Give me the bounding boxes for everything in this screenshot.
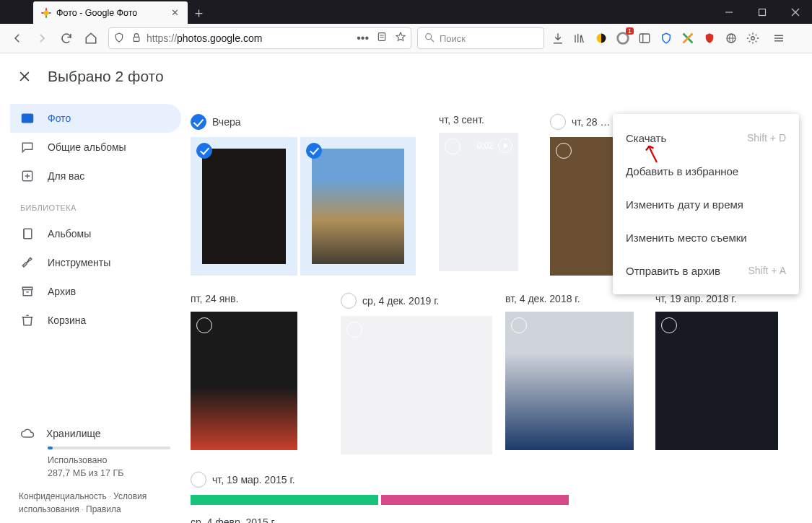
nav-reload-button[interactable]: [55, 27, 78, 49]
storage-title[interactable]: Хранилище: [46, 428, 101, 439]
date-check[interactable]: [191, 114, 206, 130]
ext-globe-icon[interactable]: [723, 30, 739, 46]
reader-icon[interactable]: [376, 31, 388, 45]
select-circle-icon[interactable]: [196, 143, 212, 159]
tab-title: Фото - Google Фото: [56, 8, 169, 18]
nav-home-button[interactable]: [79, 27, 102, 49]
ext-grey-circle-icon[interactable]: 1: [615, 30, 631, 46]
date-label[interactable]: пт, 24 янв.: [191, 293, 238, 304]
date-label[interactable]: чт, 3 сент.: [439, 114, 484, 126]
photo-thumb[interactable]: [655, 312, 778, 450]
storage-block: Хранилище Использовано 287,7 МБ из 17 ГБ: [20, 426, 174, 480]
downloads-icon[interactable]: [550, 30, 566, 46]
library-header: БИБЛИОТЕКА: [10, 190, 181, 219]
sidebar-icon[interactable]: [637, 30, 652, 46]
search-placeholder: Поиск: [440, 33, 466, 44]
sidebar-item-trash[interactable]: Корзина: [10, 306, 181, 335]
date-label[interactable]: ср, 4 дек. 2019 г.: [362, 295, 439, 307]
tab-favicon-icon: [40, 7, 52, 19]
ctx-item-label: Добавить в избранное: [626, 165, 738, 177]
nav-back-button[interactable]: [6, 27, 29, 49]
sidebar-item-label: Архив: [48, 286, 76, 297]
sidebar-item-foryou[interactable]: Для вас: [10, 162, 181, 190]
window-minimize-button[interactable]: [712, 0, 746, 24]
footer-policy[interactable]: Правила: [86, 504, 121, 514]
ext-red-shield-icon[interactable]: [702, 30, 717, 46]
browser-search-box[interactable]: Поиск: [417, 27, 544, 49]
photos-icon: [20, 111, 35, 126]
selection-close-button[interactable]: [16, 68, 33, 85]
extensions-bar: 1: [550, 30, 761, 46]
window-close-button[interactable]: [779, 0, 812, 24]
date-label[interactable]: чт, 28 …: [572, 116, 610, 128]
ctx-item-label: Изменить место съемки: [626, 232, 747, 244]
wrench-icon: [20, 255, 35, 270]
photo-thumb[interactable]: [505, 312, 634, 450]
ctx-edit-datetime[interactable]: Изменить дату и время: [613, 188, 799, 221]
browser-hamburger-menu[interactable]: [767, 27, 791, 49]
svg-point-20: [751, 37, 755, 40]
sidebar-item-archive[interactable]: Архив: [10, 277, 181, 306]
ext-shield-blue-icon[interactable]: [658, 30, 674, 46]
date-label[interactable]: чт, 19 мар. 2015 г.: [212, 474, 295, 485]
photo-thumb[interactable]: [191, 495, 378, 505]
url-more-icon[interactable]: •••: [357, 32, 369, 45]
photo-thumb[interactable]: [300, 137, 416, 276]
ctx-download[interactable]: Скачать Shift + D: [613, 121, 799, 154]
ctx-archive[interactable]: Отправить в архив Shift + A: [613, 254, 799, 287]
svg-rect-6: [378, 33, 385, 41]
ctx-shortcut: Shift + D: [747, 132, 786, 144]
svg-rect-31: [24, 229, 32, 238]
ext-crossbones-icon[interactable]: [680, 30, 696, 46]
select-circle-icon[interactable]: [511, 317, 527, 333]
footer-privacy[interactable]: Конфиденциальность: [19, 491, 107, 501]
storage-used-value: 287,7 МБ из 17 ГБ: [48, 467, 174, 480]
library-icon[interactable]: [572, 30, 588, 46]
lock-icon: [131, 32, 142, 45]
url-bar[interactable]: https://photos.google.com •••: [108, 27, 411, 49]
date-check[interactable]: [341, 293, 357, 309]
select-circle-icon[interactable]: [196, 317, 212, 333]
sidebar-item-utilities[interactable]: Инструменты: [10, 248, 181, 277]
select-circle-icon[interactable]: [346, 322, 362, 338]
sidebar-item-photos[interactable]: Фото: [10, 104, 181, 133]
svg-point-0: [44, 10, 49, 15]
svg-rect-5: [134, 37, 139, 41]
nav-forward-button[interactable]: [30, 27, 53, 49]
photo-thumb[interactable]: [191, 137, 297, 276]
sidebar-item-label: Фото: [48, 113, 71, 124]
photo-thumb[interactable]: [191, 312, 297, 450]
date-check[interactable]: [191, 472, 206, 488]
date-label[interactable]: Вчера: [212, 116, 241, 128]
tab-close-button[interactable]: ✕: [169, 7, 180, 19]
search-icon: [424, 32, 435, 45]
sidebar-item-albums[interactable]: Альбомы: [10, 219, 181, 248]
select-circle-icon[interactable]: [556, 143, 572, 159]
date-check[interactable]: [550, 114, 566, 130]
select-circle-icon[interactable]: [661, 317, 677, 333]
window-maximize-button[interactable]: [746, 0, 779, 24]
ext-badge: 1: [626, 27, 634, 35]
ctx-edit-location[interactable]: Изменить место съемки: [613, 221, 799, 254]
select-circle-icon[interactable]: [445, 139, 460, 154]
ext-yellow-icon[interactable]: [593, 30, 609, 46]
bookmark-star-icon[interactable]: [395, 31, 406, 45]
photo-thumb[interactable]: [381, 495, 569, 505]
browser-tab-active[interactable]: Фото - Google Фото ✕: [33, 1, 188, 24]
video-thumb[interactable]: 0:02: [439, 133, 518, 271]
new-tab-button[interactable]: ＋: [188, 2, 209, 24]
sidebar-item-label: Для вас: [48, 170, 84, 182]
svg-point-9: [426, 33, 432, 39]
browser-titlebar: Фото - Google Фото ✕ ＋: [0, 0, 812, 24]
date-label[interactable]: ср, 4 февр. 2015 г.: [191, 517, 276, 523]
ctx-favorite[interactable]: Добавить в избранное: [613, 154, 799, 188]
sidebar-item-label: Общие альбомы: [48, 141, 126, 153]
sidebar-item-sharing[interactable]: Общие альбомы: [10, 133, 181, 162]
select-circle-icon[interactable]: [306, 143, 322, 159]
photo-thumb[interactable]: [341, 316, 492, 454]
date-label[interactable]: вт, 4 дек. 2018 г.: [505, 293, 580, 304]
sidebar-item-label: Корзина: [48, 315, 86, 326]
date-label[interactable]: чт, 19 апр. 2018 г.: [655, 293, 737, 304]
ext-gear-icon[interactable]: [745, 30, 761, 46]
plus-box-icon: [20, 169, 35, 183]
